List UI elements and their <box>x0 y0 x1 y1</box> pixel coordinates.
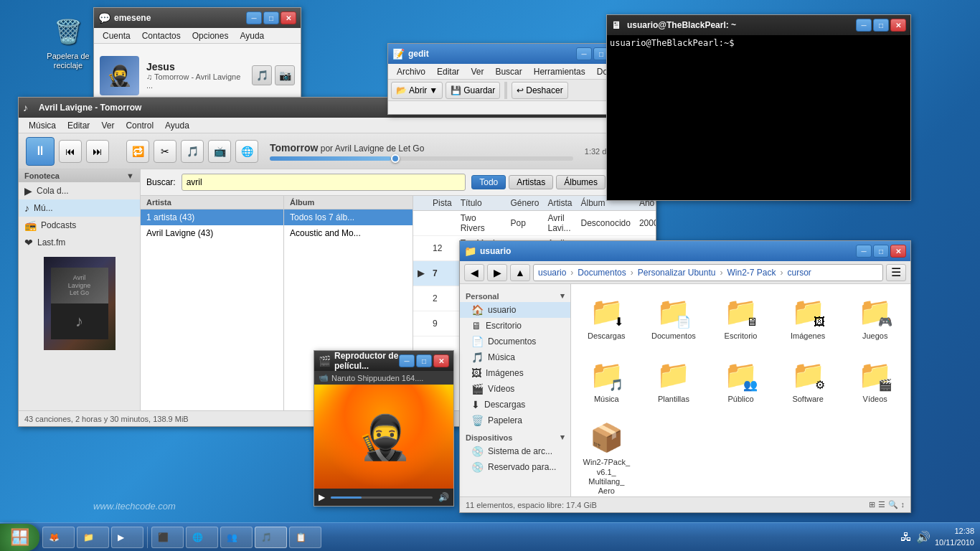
artist-item-avril[interactable]: Avril Lavigne (43) <box>141 225 283 241</box>
gedit-menu-herramientas[interactable]: Herramientas <box>528 65 591 78</box>
gedit-menu-buscar[interactable]: Buscar <box>489 65 527 78</box>
recycle-bin-icon[interactable]: 🗑️ Papelera de reciclaje <box>43 14 93 70</box>
banshee-menu-ayuda[interactable]: Ayuda <box>159 119 195 132</box>
taskbar-firefox[interactable]: 🦊 <box>42 527 75 548</box>
fm-sidebar-documentos[interactable]: 📄 Documentos <box>460 334 570 349</box>
fm-sidebar-papelera[interactable]: 🗑️ Papelera <box>460 413 570 428</box>
file-software[interactable]: 📁 ⚙ Software <box>780 354 837 407</box>
movieplayer-minimize-btn[interactable]: ─ <box>399 354 415 367</box>
eq-btn[interactable]: 🎵 <box>181 140 204 163</box>
col-pista[interactable]: Pista <box>428 196 456 211</box>
shuffle-btn[interactable]: ✂ <box>154 140 176 163</box>
fm-sidebar-reservado[interactable]: 💿 Reservado para... <box>460 459 570 475</box>
fm-forward-btn[interactable]: ▶ <box>487 264 507 281</box>
taskbar-files[interactable]: 📁 <box>77 527 109 548</box>
col-artista[interactable]: Artista <box>544 196 577 211</box>
gedit-menu-editar[interactable]: Editar <box>431 65 465 78</box>
filemanager-minimize-btn[interactable]: ─ <box>856 245 872 258</box>
terminal-close-btn[interactable]: ✕ <box>890 19 906 32</box>
taskbar-browser[interactable]: 🌐 <box>186 527 218 548</box>
path-usuario[interactable]: usuario <box>538 268 566 278</box>
fonoteca-header[interactable]: Fonoteca ▼ <box>19 169 140 182</box>
file-publico[interactable]: 📁 👥 Público <box>712 354 769 407</box>
banshee-menu-control[interactable]: Control <box>120 119 159 132</box>
terminal-body[interactable]: usuario@TheBlackPearl:~$ <box>607 35 910 200</box>
fm-sidebar-videos[interactable]: 🎬 Vídeos <box>460 381 570 397</box>
fm-sort-btn[interactable]: ↕ <box>901 500 905 509</box>
fm-back-btn[interactable]: ◀ <box>464 264 484 281</box>
taskbar-banshee[interactable]: 🎵 <box>255 527 287 548</box>
artist-item-all[interactable]: 1 artista (43) <box>141 209 283 225</box>
movie-vol-btn[interactable]: 🔊 <box>438 492 449 502</box>
banshee-menu-musica[interactable]: Música <box>23 119 62 132</box>
tab-albumes[interactable]: Álbumes <box>556 175 606 189</box>
start-button[interactable]: 🪟 <box>0 524 39 551</box>
file-escritorio[interactable]: 📁 🖥 Escritorio <box>712 291 769 344</box>
terminal-maximize-btn[interactable]: □ <box>873 19 889 32</box>
taskbar-terminal[interactable]: ⬛ <box>151 527 184 548</box>
fm-sidebar-escritorio[interactable]: 🖥 Escritorio <box>460 318 570 334</box>
scrobble-btn[interactable]: 🌐 <box>235 140 258 163</box>
album-acoustic[interactable]: Acoustic and Mo... <box>284 225 413 241</box>
sidebar-item-cola[interactable]: ▶ Cola d... <box>19 182 140 199</box>
fm-sidebar-descargas[interactable]: ⬇ Descargas <box>460 397 570 413</box>
gedit-save-btn[interactable]: 💾 Guardar <box>446 82 500 99</box>
file-documentos[interactable]: 📁 📄 Documentos <box>646 291 702 344</box>
fm-sidebar-usuario[interactable]: 🏠 usuario <box>460 302 570 318</box>
fm-search-btn[interactable]: 🔍 <box>888 500 898 509</box>
emesene-photo-btn[interactable]: 📷 <box>275 65 295 85</box>
emesene-menu-ayuda[interactable]: Ayuda <box>234 29 270 42</box>
fm-sidebar-sistema[interactable]: 💿 Sistema de arc... <box>460 443 570 459</box>
terminal-minimize-btn[interactable]: ─ <box>856 19 872 32</box>
tab-todo[interactable]: Todo <box>471 175 506 189</box>
filemanager-close-btn[interactable]: ✕ <box>890 245 906 258</box>
movieplayer-preview[interactable] <box>314 385 453 489</box>
gedit-menu-ver[interactable]: Ver <box>465 65 489 78</box>
emesene-music-btn[interactable]: 🎵 <box>252 65 272 85</box>
gedit-open-btn[interactable]: 📂 Abrir ▼ <box>391 82 443 99</box>
play-pause-btn[interactable]: ⏸ <box>26 137 55 166</box>
sidebar-item-podcasts[interactable]: 📻 Podcasts <box>19 217 140 234</box>
progress-bar[interactable] <box>270 156 573 161</box>
tray-volume-icon[interactable]: 🔊 <box>916 530 930 544</box>
fm-up-btn[interactable]: ▲ <box>510 264 530 281</box>
file-musica[interactable]: 📁 🎵 Música <box>578 354 635 407</box>
emesene-menu-contactos[interactable]: Contactos <box>136 29 187 42</box>
table-row[interactable]: Two Rivers Pop Avril Lavi... Desconocido… <box>413 211 656 236</box>
search-input[interactable] <box>182 174 466 191</box>
path-personalizar[interactable]: Personalizar Ubuntu <box>638 268 716 278</box>
repeat-btn[interactable]: 🔁 <box>126 140 149 163</box>
progress-thumb[interactable] <box>391 154 400 163</box>
taskbar-extra[interactable]: 📋 <box>289 527 321 548</box>
fm-list-view-btn[interactable]: ☰ <box>878 500 885 509</box>
taskbar-emesene[interactable]: 👥 <box>220 527 253 548</box>
col-genero[interactable]: Género <box>506 196 543 211</box>
path-cursor[interactable]: cursor <box>788 268 811 278</box>
taskbar-media[interactable]: ▶ <box>111 527 143 548</box>
emesene-maximize-btn[interactable]: □ <box>263 11 279 24</box>
tray-network-icon[interactable]: 🖧 <box>900 531 912 544</box>
emesene-menu-opciones[interactable]: Opciones <box>187 29 235 42</box>
gedit-menu-archivo[interactable]: Archivo <box>391 65 431 78</box>
movieplayer-maximize-btn[interactable]: □ <box>416 354 432 367</box>
movie-play-btn[interactable]: ▶ <box>319 492 325 502</box>
sidebar-item-musica[interactable]: ♪ Mú... <box>19 199 140 217</box>
sidebar-item-lastfm[interactable]: ❤ Last.fm <box>19 234 140 251</box>
file-plantillas[interactable]: 📁 Plantillas <box>646 354 702 407</box>
album-all[interactable]: Todos los 7 álb... <box>284 209 413 225</box>
vis-btn[interactable]: 📺 <box>208 140 231 163</box>
filemanager-maximize-btn[interactable]: □ <box>873 245 889 258</box>
fm-sidebar-musica[interactable]: 🎵 Música <box>460 349 570 365</box>
gedit-undo-btn[interactable]: ↩ Deshacer <box>512 82 567 99</box>
fm-sidebar-imagenes[interactable]: 🖼 Imágenes <box>460 365 570 381</box>
banshee-menu-editar[interactable]: Editar <box>62 119 95 132</box>
file-descargas[interactable]: 📁 ⬇ Descargas <box>578 291 635 344</box>
path-documentos[interactable]: Documentos <box>578 268 626 278</box>
tab-artistas[interactable]: Artistas <box>509 175 553 189</box>
file-imagenes[interactable]: 📁 🖼 Imágenes <box>780 291 837 344</box>
prev-btn[interactable]: ⏮ <box>59 140 82 163</box>
file-juegos[interactable]: 📁 🎮 Juegos <box>847 291 903 344</box>
col-titulo[interactable]: Título <box>456 196 507 211</box>
fm-grid-view-btn[interactable]: ⊞ <box>869 500 875 509</box>
movieplayer-close-btn[interactable]: ✕ <box>433 354 449 367</box>
